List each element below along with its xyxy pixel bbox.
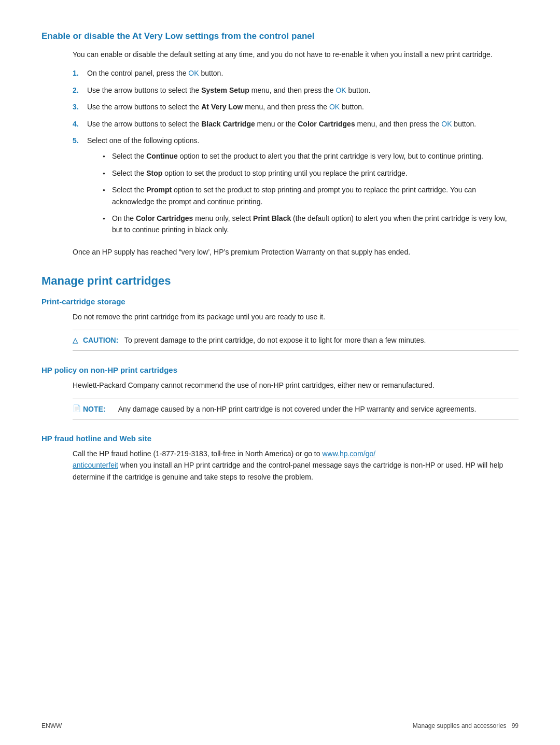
caution-text: To prevent damage to the print cartridge…: [124, 334, 426, 346]
step-5-content: Select one of the following options. ● S…: [87, 135, 519, 241]
bullet-3: ● Select the Prompt option to set the pr…: [103, 184, 519, 207]
section-enable-disable: Enable or disable the At Very Low settin…: [41, 31, 519, 258]
footer-right: Manage supplies and accessories 99: [413, 722, 519, 729]
caution-box: △ CAUTION: To prevent damage to the prin…: [73, 330, 519, 351]
fraud-para-after: when you install an HP print cartridge a…: [73, 461, 503, 481]
section1-title: Enable or disable the At Very Low settin…: [41, 31, 519, 41]
fraud-para-before: Call the HP fraud hotline (1-877-219-318…: [73, 449, 322, 458]
caution-triangle-icon: △: [73, 336, 78, 344]
section1-closing: Once an HP supply has reached “very low’…: [73, 246, 519, 258]
bullet-dot-4: ●: [103, 213, 112, 236]
step-2-content: Use the arrow buttons to select the Syst…: [87, 85, 519, 96]
section2-title: Print-cartridge storage: [41, 297, 519, 306]
section3-title: HP policy on non-HP print cartridges: [41, 366, 519, 374]
steps-list: 1. On the control panel, press the OK bu…: [73, 67, 519, 241]
section-hp-policy: HP policy on non-HP print cartridges Hew…: [41, 366, 519, 419]
bullet-dot-3: ●: [103, 184, 112, 207]
section4-title: HP fraud hotline and Web site: [41, 434, 519, 443]
step-4: 4. Use the arrow buttons to select the B…: [73, 118, 519, 130]
section-cartridge-storage: Print-cartridge storage Do not remove th…: [41, 297, 519, 351]
step-2-number: 2.: [73, 85, 87, 96]
step-1-number: 1.: [73, 67, 87, 79]
section4-para: Call the HP fraud hotline (1-877-219-318…: [73, 448, 519, 483]
bullet-2-content: Select the Stop option to set the produc…: [112, 167, 519, 179]
section1-intro: You can enable or disable the default se…: [73, 49, 519, 60]
step-1: 1. On the control panel, press the OK bu…: [73, 67, 519, 79]
bullet-dot-1: ●: [103, 150, 112, 162]
footer-left: ENWW: [41, 722, 62, 729]
step-3-number: 3.: [73, 101, 87, 113]
bullet-4: ● On the Color Cartridges menu only, sel…: [103, 213, 519, 236]
ok-link-3: OK: [329, 103, 340, 111]
caution-label: △ CAUTION:: [73, 334, 124, 346]
page-content: Enable or disable the At Very Low settin…: [0, 0, 560, 539]
footer: ENWW Manage supplies and accessories 99: [0, 722, 560, 729]
step-5: 5. Select one of the following options. …: [73, 135, 519, 241]
section3-para: Hewlett-Packard Company cannot recommend…: [73, 379, 519, 391]
bullet-2: ● Select the Stop option to set the prod…: [103, 167, 519, 179]
ok-link-2: OK: [335, 86, 346, 94]
bullet-1-content: Select the Continue option to set the pr…: [112, 150, 519, 162]
bullet-3-content: Select the Prompt option to set the prod…: [112, 184, 519, 207]
step-3: 3. Use the arrow buttons to select the A…: [73, 101, 519, 113]
note-label: 📄 NOTE:: [73, 403, 114, 415]
step-4-number: 4.: [73, 118, 87, 130]
ok-link-1: OK: [188, 69, 199, 77]
bullet-list: ● Select the Continue option to set the …: [103, 150, 519, 235]
bullet-4-content: On the Color Cartridges menu only, selec…: [112, 213, 519, 236]
step-3-content: Use the arrow buttons to select the At V…: [87, 101, 519, 113]
main-title: Manage print cartridges: [41, 274, 519, 288]
ok-link-4: OK: [441, 120, 452, 128]
step-1-content: On the control panel, press the OK butto…: [87, 67, 519, 79]
section-hp-fraud: HP fraud hotline and Web site Call the H…: [41, 434, 519, 483]
note-box: 📄 NOTE: Any damage caused by a non-HP pr…: [73, 399, 519, 419]
note-text: Any damage caused by a non-HP print cart…: [118, 403, 477, 415]
section2-para: Do not remove the print cartridge from i…: [73, 311, 519, 322]
step-5-number: 5.: [73, 135, 87, 241]
step-2: 2. Use the arrow buttons to select the S…: [73, 85, 519, 96]
step-4-content: Use the arrow buttons to select the Blac…: [87, 118, 519, 130]
note-icon: 📄: [73, 403, 81, 414]
bullet-dot-2: ●: [103, 167, 112, 179]
bullet-1: ● Select the Continue option to set the …: [103, 150, 519, 162]
